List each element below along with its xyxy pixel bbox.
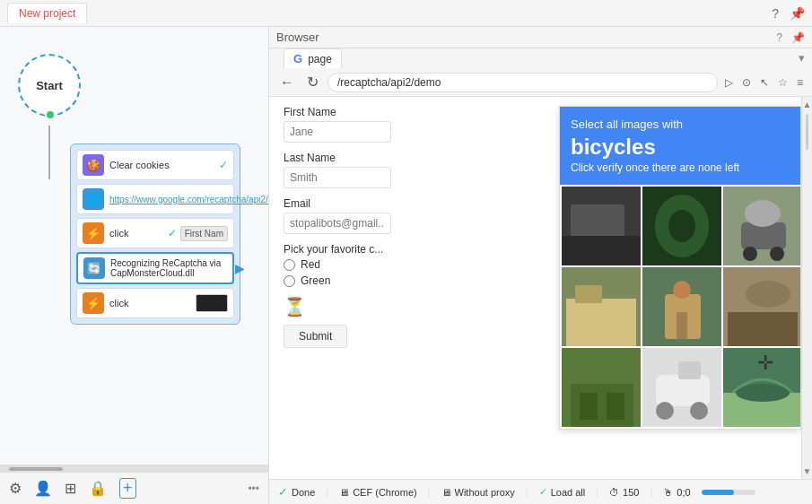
project-tab[interactable]: New project <box>7 3 87 23</box>
captcha-cell-8[interactable] <box>642 348 721 427</box>
menu-icon[interactable]: ≡ <box>795 74 805 91</box>
status-engine-item[interactable]: 🖥 CEF (Chrome) <box>339 487 417 498</box>
play-icon[interactable]: ▷ <box>723 74 735 91</box>
captcha-cell-3[interactable] <box>723 187 801 265</box>
step-click2[interactable]: ⚡ click <box>76 288 234 318</box>
clock-icon: ⏱ <box>609 487 619 498</box>
browser-page: First Name Last Name Email Pick your fav… <box>269 97 801 479</box>
settings-icon[interactable]: ⚙ <box>9 480 22 497</box>
divider4: | <box>596 487 598 498</box>
browser-help-icon[interactable]: ? <box>776 31 782 44</box>
browser-scrollbar[interactable]: ▲ ▼ <box>801 97 812 479</box>
email-input[interactable] <box>284 213 391 234</box>
user-icon[interactable]: 👤 <box>34 480 52 497</box>
radio-green-label: Green <box>301 274 330 287</box>
captcha-instruction: Select all images with <box>571 117 683 131</box>
firstname-input[interactable] <box>284 121 391 143</box>
step-preview-click1: First Nam <box>180 226 228 241</box>
recaptcha-arrow-icon: ▶ <box>235 261 245 275</box>
captcha-cell-7[interactable] <box>562 348 641 427</box>
browser-options-icon[interactable]: ▾ <box>799 51 805 68</box>
circle-icon[interactable]: ⊙ <box>740 74 753 91</box>
browser-content-area: First Name Last Name Email Pick your fav… <box>269 97 812 479</box>
divider3: | <box>526 487 528 498</box>
step-click1[interactable]: ⚡ click ✓ First Nam <box>76 218 234 248</box>
svg-point-28 <box>690 402 708 420</box>
captcha-header: Select all images with bicycles Click ve… <box>560 107 800 185</box>
svg-point-16 <box>673 281 691 299</box>
step-navigate[interactable]: 🌐 https://www.google.com/recaptcha/api2/… <box>76 184 234 214</box>
left-bottom-toolbar: ⚙ 👤 ⊞ 🔒 + ••• <box>0 472 268 504</box>
step-recaptcha[interactable]: 🔄 Recognizing ReCaptcha via CapMonsterCl… <box>76 252 234 284</box>
top-bar: New project ? 📌 <box>0 0 812 27</box>
more-icon[interactable]: ••• <box>248 482 259 495</box>
captcha-cell-5[interactable] <box>642 267 721 346</box>
radio-red-input[interactable] <box>284 259 295 271</box>
step-label-click2: click <box>109 298 192 308</box>
coords-label: 0;0 <box>677 487 690 498</box>
step-icon-click1: ⚡ <box>83 222 104 244</box>
scroll-up-button[interactable]: ▲ <box>802 97 812 112</box>
engine-label: CEF (Chrome) <box>353 487 417 498</box>
svg-point-9 <box>770 247 784 261</box>
tab-label: page <box>308 53 332 65</box>
scroll-track <box>802 112 812 464</box>
scroll-down-button[interactable]: ▼ <box>802 464 812 479</box>
proxy-label: Without proxy <box>455 487 515 498</box>
grid-icon[interactable]: ⊞ <box>65 480 76 497</box>
lastname-input[interactable] <box>284 167 391 188</box>
svg-point-8 <box>743 247 757 261</box>
done-label: Done <box>292 487 315 498</box>
svg-point-5 <box>668 210 695 242</box>
address-bar[interactable] <box>327 73 718 92</box>
divider2: | <box>428 487 431 498</box>
svg-rect-26 <box>656 375 710 406</box>
status-bar: ✓ Done | 🖥 CEF (Chrome) | 🖥 Without prox… <box>269 479 812 504</box>
step-label-recaptcha: Recognizing ReCaptcha via CapMonsterClou… <box>110 258 227 278</box>
svg-rect-12 <box>566 299 636 346</box>
svg-rect-17 <box>677 312 687 339</box>
svg-rect-13 <box>575 285 602 303</box>
svg-rect-23 <box>580 393 598 420</box>
scroll-thumb[interactable] <box>806 114 808 150</box>
captcha-cell-4[interactable] <box>562 267 641 346</box>
tab-g-icon: G <box>293 52 302 65</box>
step-check-click1: ✓ <box>168 227 177 239</box>
left-panel-content: Start 🍪 Clear cookies ✓ 🌐 https://www.go… <box>0 27 268 465</box>
steps-container: 🍪 Clear cookies ✓ 🌐 https://www.google.c… <box>70 143 240 325</box>
lock-icon[interactable]: 🔒 <box>89 480 107 497</box>
browser-pin-icon[interactable]: 📌 <box>791 31 805 44</box>
cursor-icon[interactable]: ↖ <box>758 74 771 91</box>
step-label-navigate: https://www.google.com/recaptcha/api2/de… <box>109 195 268 204</box>
status-done-item: ✓ Done <box>278 485 315 499</box>
add-icon[interactable]: + <box>119 478 136 499</box>
browser-tab[interactable]: G page <box>284 48 342 68</box>
refresh-button[interactable]: ↻ <box>303 72 322 92</box>
captcha-sub-instruction: Click verify once there are none left <box>571 161 790 174</box>
browser-top: Browser ? 📌 G page ▾ ← ↻ ▷ <box>269 27 812 97</box>
back-button[interactable]: ← <box>276 73 298 92</box>
start-dot <box>47 111 54 118</box>
captcha-cell-2[interactable] <box>642 187 721 265</box>
step-icon-navigate: 🌐 <box>83 188 104 210</box>
step-clear-cookies[interactable]: 🍪 Clear cookies ✓ <box>76 150 234 180</box>
left-panel-scrollbar[interactable] <box>0 465 268 472</box>
step-icon-click2: ⚡ <box>83 292 104 314</box>
top-bar-icons: ? 📌 <box>772 6 805 21</box>
submit-button[interactable]: Submit <box>284 325 347 348</box>
left-panel-scrollbar-thumb[interactable] <box>9 467 63 471</box>
captcha-cell-6[interactable] <box>723 267 801 346</box>
svg-rect-19 <box>728 312 798 346</box>
status-proxy-item[interactable]: 🖥 Without proxy <box>441 487 515 498</box>
captcha-subject: bicycles <box>571 135 790 160</box>
star-icon[interactable]: ☆ <box>776 74 790 91</box>
pin-icon[interactable]: 📌 <box>790 6 805 21</box>
captcha-cell-1[interactable] <box>562 187 641 265</box>
divider1: | <box>326 487 328 498</box>
load-check-icon: ✓ <box>539 486 547 498</box>
start-node[interactable]: Start <box>18 54 81 117</box>
radio-green-input[interactable] <box>284 275 295 287</box>
help-icon[interactable]: ? <box>772 6 779 21</box>
status-count-item: ⏱ 150 <box>609 487 639 498</box>
status-load-item[interactable]: ✓ Load all <box>539 486 586 498</box>
